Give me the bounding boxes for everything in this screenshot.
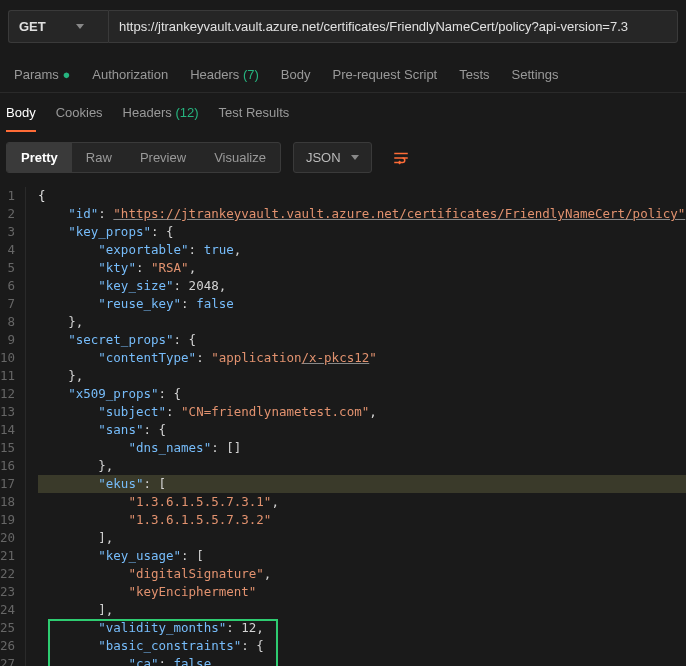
language-text: JSON <box>306 150 341 165</box>
response-toolbar: Pretty Raw Preview Visualize JSON <box>0 132 686 183</box>
tab-body[interactable]: Body <box>281 67 311 82</box>
http-method-select[interactable]: GET <box>8 10 108 43</box>
subtab-test-results[interactable]: Test Results <box>219 105 290 132</box>
code-area: 1234567891011121314151617181920212223242… <box>0 183 686 666</box>
subtab-headers[interactable]: Headers (12) <box>123 105 199 132</box>
tab-settings[interactable]: Settings <box>512 67 559 82</box>
tab-params[interactable]: Params ● <box>14 67 70 82</box>
view-mode-group: Pretty Raw Preview Visualize <box>6 142 281 173</box>
wrap-lines-button[interactable] <box>386 143 416 173</box>
request-tabs: Params ● Authorization Headers (7) Body … <box>0 53 686 93</box>
view-mode-raw[interactable]: Raw <box>72 143 126 172</box>
chevron-down-icon <box>76 24 84 29</box>
chevron-down-icon <box>351 155 359 160</box>
request-bar: GET https://jtrankeyvault.vault.azure.ne… <box>0 0 686 53</box>
tab-authorization[interactable]: Authorization <box>92 67 168 82</box>
tab-prerequest[interactable]: Pre-request Script <box>332 67 437 82</box>
view-mode-pretty[interactable]: Pretty <box>7 143 72 172</box>
code-body[interactable]: { "id": "https://jtrankeyvault.vault.azu… <box>26 187 686 666</box>
url-input[interactable]: https://jtrankeyvault.vault.azure.net/ce… <box>108 10 678 43</box>
view-mode-preview[interactable]: Preview <box>126 143 200 172</box>
tab-tests[interactable]: Tests <box>459 67 489 82</box>
response-tabs: Body Cookies Headers (12) Test Results <box>0 93 686 132</box>
language-select[interactable]: JSON <box>293 142 372 173</box>
tab-headers[interactable]: Headers (7) <box>190 67 259 82</box>
subtab-cookies[interactable]: Cookies <box>56 105 103 132</box>
subtab-body[interactable]: Body <box>6 105 36 132</box>
line-gutter: 1234567891011121314151617181920212223242… <box>0 187 26 666</box>
wrap-lines-icon <box>392 149 410 167</box>
view-mode-visualize[interactable]: Visualize <box>200 143 280 172</box>
http-method-text: GET <box>19 19 46 34</box>
